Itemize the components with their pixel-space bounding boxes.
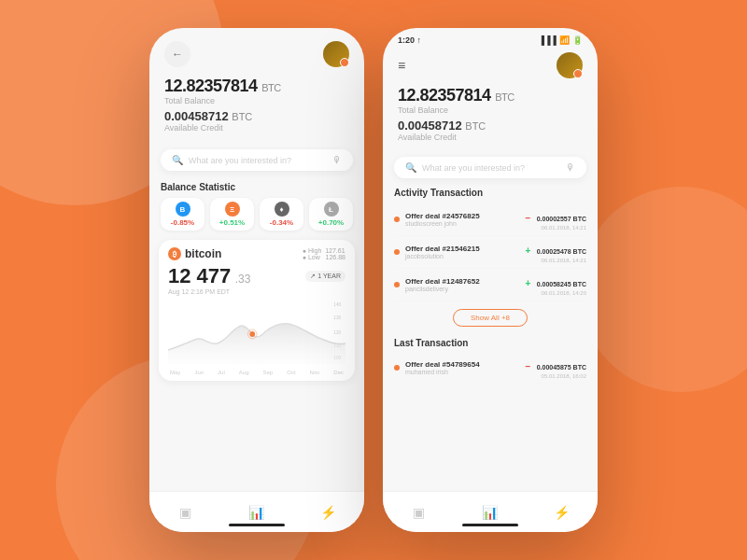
right-balance-unit: BTC xyxy=(495,91,514,103)
price-chart: 140 130 120 110 100 xyxy=(168,299,345,364)
btc-pct: -0.85% xyxy=(171,218,194,227)
left-phone-header: ← xyxy=(149,28,364,75)
tx-user-3: pancilsdelivery xyxy=(405,286,525,292)
tx-amount-wrap-2: + 0.00025478 BTC 06.01.2018, 14:21 xyxy=(525,241,586,263)
time-display: 1:20 xyxy=(398,35,415,45)
svg-text:140: 140 xyxy=(333,302,341,307)
left-bottom-nav: ▣ 📊 ⚡ xyxy=(149,491,364,532)
right-nav-wallet-icon[interactable]: ▣ xyxy=(405,499,431,525)
coin-chip-eth-b[interactable]: Ξ +0.51% xyxy=(210,198,254,231)
table-row: Offer deal #24576825 studioscreen john −… xyxy=(394,203,586,236)
tx-amount-wrap-1: − 0.00002557 BTC 06.01.2018, 14:21 xyxy=(525,208,586,231)
credit-number: 0.00458712 xyxy=(164,109,229,123)
avatar-right[interactable] xyxy=(557,52,583,78)
table-row: Offer deal #54789654 muhamed irish − 0.0… xyxy=(394,352,586,385)
search-placeholder: What are you interested in? xyxy=(189,156,327,165)
chart-low: 126.88 xyxy=(326,254,345,260)
wifi-icon: 📶 xyxy=(559,35,570,45)
status-icons: ▐▐▐ 📶 🔋 xyxy=(539,35,583,45)
tx-deal-1: Offer deal #24576825 xyxy=(405,212,525,220)
search-bar[interactable]: 🔍 What are you interested in? 🎙 xyxy=(161,149,353,171)
chart-months: May Jun Jul Aug Sep Oct Nov Dec xyxy=(168,370,345,375)
credit-label: Available Credit xyxy=(164,123,349,133)
balance-section: 12.82357814 BTC Total Balance 0.00458712… xyxy=(149,75,364,144)
available-credit-value: 0.00458712 BTC xyxy=(164,109,349,123)
battery-icon: 🔋 xyxy=(572,35,583,45)
coin-chip-btc[interactable]: B -0.85% xyxy=(161,198,204,231)
right-balance-label: Total Balance xyxy=(398,105,583,115)
left-phone: ← 12.82357814 BTC Total Balance 0.004587… xyxy=(149,28,364,532)
period-button[interactable]: ↗ 1 YEAR xyxy=(305,271,345,282)
svg-point-5 xyxy=(249,331,255,337)
month-aug: Aug xyxy=(239,370,249,375)
month-oct: Oct xyxy=(287,370,295,375)
nav-chart-icon[interactable]: 📊 xyxy=(244,499,270,525)
tx-info-4: Offer deal #54789654 muhamed irish xyxy=(405,360,525,375)
phones-container: ← 12.82357814 BTC Total Balance 0.004587… xyxy=(0,0,747,560)
last-transaction-section: Last Transaction Offer deal #54789654 mu… xyxy=(383,334,598,388)
menu-icon[interactable]: ≡ xyxy=(398,59,405,72)
credit-unit: BTC xyxy=(232,111,252,122)
chart-decimal: .33 xyxy=(235,273,251,286)
chart-high: 127.61 xyxy=(325,247,345,254)
table-row: Offer deal #21546215 jacobsolution + 0.0… xyxy=(394,236,586,269)
signal-icon: ▐▐▐ xyxy=(539,35,557,45)
tx-amount-wrap-3: + 0.00058245 BTC 06.01.2018, 14:20 xyxy=(525,273,586,296)
nav-bolt-icon[interactable]: ⚡ xyxy=(316,499,342,525)
coin-name: bitcoin xyxy=(185,247,221,260)
coin-chip-eth[interactable]: ♦ -0.34% xyxy=(260,198,303,231)
tx-date-2: 06.01.2018, 14:21 xyxy=(525,258,586,263)
activity-section: Activity Transaction Offer deal #2457682… xyxy=(383,184,598,334)
chart-date: Aug 12 2:16 PM EDT xyxy=(168,288,345,295)
tx-amount-3: 0.00058245 BTC xyxy=(537,281,586,287)
show-all-button[interactable]: Show All +8 xyxy=(453,309,528,327)
balance-unit: BTC xyxy=(261,82,281,93)
tx-amount-4: 0.00045875 BTC xyxy=(537,364,586,371)
tx-sign-4: − xyxy=(525,361,530,371)
period-label: 1 YEAR xyxy=(317,273,341,279)
eth-b-icon: Ξ xyxy=(225,202,240,217)
right-credit-number: 0.00458712 xyxy=(398,119,462,133)
back-button[interactable]: ← xyxy=(164,41,190,67)
right-credit-label: Available Credit xyxy=(398,133,583,142)
month-sep: Sep xyxy=(263,370,274,375)
balance-label: Total Balance xyxy=(164,96,349,105)
month-jun: Jun xyxy=(194,370,204,375)
tx-info-1: Offer deal #24576825 studioscreen john xyxy=(405,212,525,227)
tx-dot-4 xyxy=(394,365,400,371)
tx-deal-2: Offer deal #21546215 xyxy=(405,245,525,253)
table-row: Offer deal #12487652 pancilsdelivery + 0… xyxy=(394,269,586,301)
right-total-balance: 12.82357814 BTC xyxy=(398,86,583,105)
right-phone-header: ≡ xyxy=(383,49,598,84)
last-transaction-list: Offer deal #54789654 muhamed irish − 0.0… xyxy=(394,352,586,385)
month-may: May xyxy=(170,370,180,375)
tx-info-3: Offer deal #12487652 pancilsdelivery xyxy=(405,277,525,292)
month-nov: Nov xyxy=(310,370,320,375)
btc-icon: B xyxy=(176,202,190,217)
btc-circle-icon: ₿ xyxy=(168,247,181,260)
eth-b-pct: +0.51% xyxy=(219,218,245,227)
status-time: 1:20 ↑ xyxy=(398,35,421,45)
tx-amount-1: 0.00002557 BTC xyxy=(537,216,586,222)
right-nav-chart-icon[interactable]: 📊 xyxy=(477,499,503,525)
right-search-placeholder: What are you interested in? xyxy=(422,163,560,173)
nav-wallet-icon[interactable]: ▣ xyxy=(172,499,198,525)
right-search-bar[interactable]: 🔍 What are you interested in? 🎙 xyxy=(394,157,586,178)
balance-statistic-section: Balance Statistic B -0.85% Ξ +0.51% ♦ -0… xyxy=(149,176,364,234)
right-nav-bolt-icon[interactable]: ⚡ xyxy=(549,499,575,525)
tx-amount-row-1: − 0.00002557 BTC xyxy=(525,208,586,225)
eth-icon: ♦ xyxy=(275,202,289,217)
tx-user-1: studioscreen john xyxy=(405,220,525,227)
eth-pct: -0.34% xyxy=(270,218,293,227)
tx-dot-2 xyxy=(394,249,400,255)
right-mic-icon: 🎙 xyxy=(566,162,575,173)
right-home-indicator xyxy=(462,524,518,526)
total-balance-value: 12.82357814 BTC xyxy=(164,77,349,96)
search-icon: 🔍 xyxy=(172,155,183,165)
tx-info-2: Offer deal #21546215 jacobsolution xyxy=(405,245,525,259)
avatar[interactable] xyxy=(323,41,349,67)
svg-text:130: 130 xyxy=(333,315,341,320)
activity-title: Activity Transaction xyxy=(394,188,586,198)
transaction-list: Offer deal #24576825 studioscreen john −… xyxy=(394,203,586,301)
coin-chip-ltc[interactable]: Ł +0.70% xyxy=(309,198,353,231)
